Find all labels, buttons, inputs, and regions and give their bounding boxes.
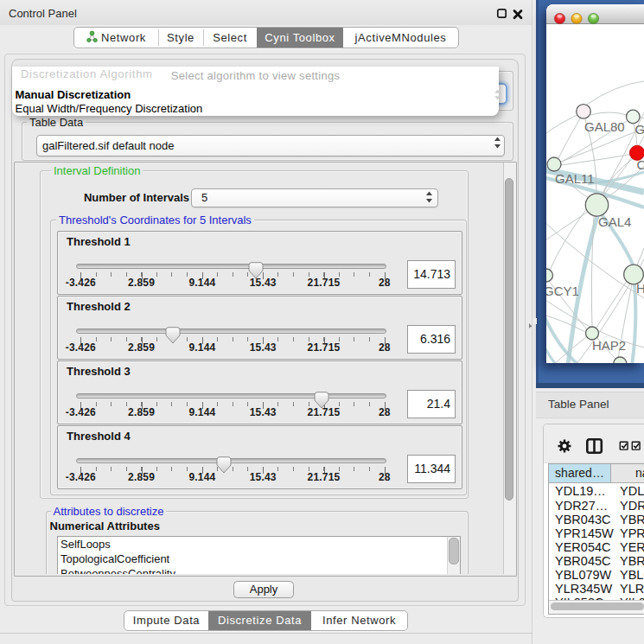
svg-text:C: C [637, 157, 644, 172]
svg-text:H: H [636, 281, 644, 296]
svg-text:GAL4: GAL4 [598, 214, 631, 229]
svg-text:GA: GA [635, 122, 644, 137]
svg-text:GAL80: GAL80 [584, 119, 625, 134]
svg-text:GAL11: GAL11 [555, 171, 595, 186]
svg-text:HAP2: HAP2 [592, 338, 626, 353]
svg-text:GCY1: GCY1 [546, 284, 579, 298]
